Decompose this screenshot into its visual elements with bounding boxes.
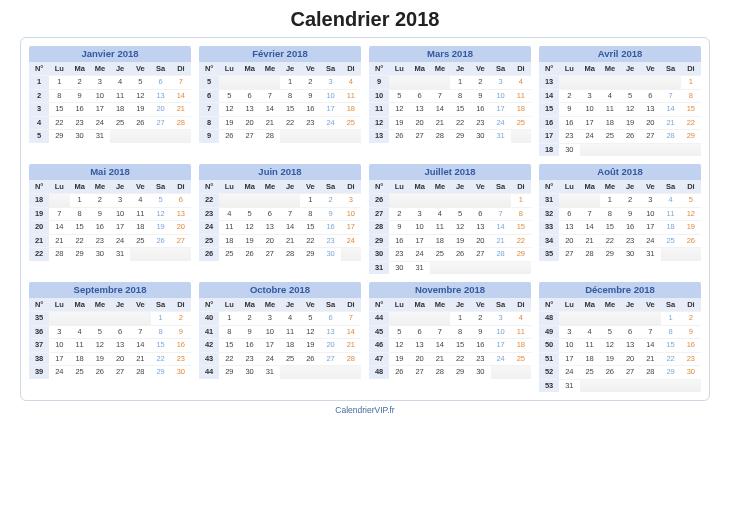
day-cell: 2	[240, 311, 260, 325]
day-cell: 21	[130, 352, 150, 366]
day-cell: .	[580, 75, 600, 89]
day-cell: 15	[661, 338, 681, 352]
day-cell: 6	[321, 311, 341, 325]
day-header-cell: Je	[450, 180, 470, 193]
day-cell: 29	[450, 129, 470, 143]
day-header-cell: Je	[450, 62, 470, 75]
day-cell: 23	[70, 116, 90, 130]
day-cell: .	[151, 129, 171, 143]
day-cell: 18	[511, 102, 531, 116]
day-cell: 3	[491, 311, 511, 325]
day-cell: 9	[240, 325, 260, 339]
day-cell: 25	[219, 247, 239, 261]
day-cell: 30	[240, 365, 260, 379]
day-cell: 9	[90, 207, 110, 221]
week-number: 5	[199, 75, 219, 89]
day-cell: 5	[600, 325, 620, 339]
week-number: 37	[29, 338, 49, 352]
day-cell: .	[430, 261, 450, 275]
day-cell: 1	[70, 193, 90, 207]
day-cell: 21	[171, 102, 191, 116]
week-number: 13	[539, 75, 559, 89]
week-row: 3710111213141516	[29, 338, 191, 352]
day-cell: 17	[491, 102, 511, 116]
day-cell: 29	[70, 247, 90, 261]
day-cell: 10	[260, 325, 280, 339]
day-cell: 28	[491, 247, 511, 261]
week-number: 2	[29, 89, 49, 103]
day-header-cell: N°	[369, 180, 389, 193]
day-cell: 29	[600, 247, 620, 261]
day-cell: 23	[171, 352, 191, 366]
day-header-cell: Ma	[70, 298, 90, 311]
day-cell: 17	[110, 220, 130, 234]
day-cell: 17	[410, 234, 430, 248]
day-cell: 5	[389, 325, 409, 339]
day-cell: 27	[470, 247, 490, 261]
day-cell: .	[600, 311, 620, 325]
day-cell: 29	[49, 129, 69, 143]
day-cell: 29	[219, 365, 239, 379]
day-cell: 2	[681, 311, 701, 325]
day-header-cell: Sa	[321, 298, 341, 311]
week-row: 2891011121314	[29, 89, 191, 103]
day-header-cell: Je	[620, 62, 640, 75]
day-cell: 16	[70, 102, 90, 116]
day-cell: 8	[70, 207, 90, 221]
day-cell: 21	[430, 116, 450, 130]
day-cell: .	[410, 75, 430, 89]
week-number: 16	[539, 116, 559, 130]
day-cell: 26	[620, 129, 640, 143]
day-cell: 14	[49, 220, 69, 234]
day-cell: .	[130, 247, 150, 261]
day-cell: 17	[640, 220, 660, 234]
day-cell: .	[640, 75, 660, 89]
day-cell: .	[600, 75, 620, 89]
day-cell: .	[341, 247, 361, 261]
week-row: 26252627282930.	[199, 247, 361, 261]
day-header-cell: Lu	[559, 62, 579, 75]
day-cell: 5	[151, 193, 171, 207]
week-number: 29	[369, 234, 389, 248]
day-cell: 15	[450, 338, 470, 352]
day-cell: 5	[681, 193, 701, 207]
day-cell: 16	[681, 338, 701, 352]
day-cell: 28	[49, 247, 69, 261]
day-cell: 2	[470, 311, 490, 325]
day-cell: 8	[280, 89, 300, 103]
week-number: 40	[199, 311, 219, 325]
day-cell: .	[70, 311, 90, 325]
week-row: 326789101112	[539, 207, 701, 221]
day-cell: .	[491, 193, 511, 207]
day-cell: 7	[341, 311, 361, 325]
week-row: 5010111213141516	[539, 338, 701, 352]
day-cell: 27	[240, 129, 260, 143]
week-number: 15	[539, 102, 559, 116]
week-number: 19	[29, 207, 49, 221]
day-header-cell: Lu	[219, 298, 239, 311]
day-cell: .	[470, 261, 490, 275]
day-cell: 31	[110, 247, 130, 261]
week-row: 1830......	[539, 143, 701, 157]
day-cell: .	[430, 193, 450, 207]
month-title: Décembre 2018	[539, 282, 701, 298]
day-cell: .	[410, 311, 430, 325]
day-cell: 10	[49, 338, 69, 352]
day-cell: 1	[600, 193, 620, 207]
day-cell: 2	[300, 75, 320, 89]
day-cell: 24	[321, 116, 341, 130]
day-cell: 2	[90, 193, 110, 207]
week-number: 53	[539, 379, 559, 393]
day-cell: .	[491, 365, 511, 379]
day-cell: 9	[321, 207, 341, 221]
day-cell: 7	[491, 207, 511, 221]
day-cell: 4	[110, 75, 130, 89]
day-cell: 27	[171, 234, 191, 248]
day-cell: 18	[70, 352, 90, 366]
day-cell: .	[219, 193, 239, 207]
week-number: 11	[369, 102, 389, 116]
day-cell: .	[90, 311, 110, 325]
week-row: 2411121314151617	[199, 220, 361, 234]
day-cell: 23	[559, 129, 579, 143]
day-cell: 12	[389, 338, 409, 352]
